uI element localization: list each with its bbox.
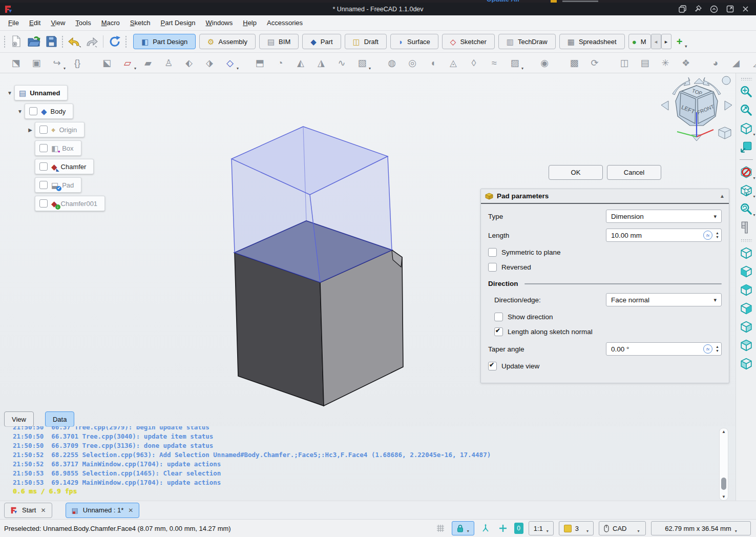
tool-button-create-part[interactable]: ⬔ (8, 56, 24, 70)
shade-window-icon[interactable] (710, 5, 718, 13)
taper-angle-value[interactable]: 0.00 ° (611, 345, 703, 353)
scroll-up-arrow[interactable]: ▲ (720, 429, 728, 434)
axonometric-view-icon[interactable] (739, 121, 753, 136)
new-file-icon[interactable] (8, 34, 25, 49)
add-workbench-button[interactable]: + (677, 36, 683, 48)
expression-fx-icon[interactable]: fx (703, 231, 712, 240)
menu-item[interactable]: Help (238, 17, 262, 29)
direction-edge-dropdown[interactable]: Face normal (606, 293, 722, 306)
workbench-button-part-design[interactable]: ◧ Part Design (133, 34, 196, 49)
workbench-scroll-right[interactable]: ▸ (661, 34, 671, 49)
tree-row-tree-item-box[interactable]: ◧ ● Box (5, 140, 105, 156)
tool-button-sub-shapebinder[interactable]: ⬗ (202, 56, 217, 70)
view-front-icon[interactable] (739, 264, 753, 279)
tree-visibility-checkbox[interactable] (39, 144, 48, 152)
save-file-icon[interactable] (43, 34, 60, 49)
menu-item[interactable]: Tools (70, 17, 96, 29)
taper-angle-input[interactable]: 0.00 ° fx ▲▼ (606, 342, 722, 356)
copy-window-icon[interactable] (679, 5, 686, 13)
tool-button-shapebinder[interactable]: ⬖ (181, 56, 197, 70)
maximize-window-icon[interactable] (726, 5, 734, 13)
workbench-button-bim[interactable]: ▤ BIM (259, 34, 299, 49)
tool-button-additive-primitive[interactable]: ▧ (354, 56, 370, 70)
view-right-icon[interactable] (739, 301, 753, 316)
view-left-icon[interactable] (739, 357, 753, 371)
tree-item-card[interactable]: ▤ Unnamed (14, 85, 68, 100)
tool-button-create-sketch[interactable]: ▱ (120, 56, 135, 70)
tree-row-tree-item-pad[interactable]: ⬓ ✔ Pad (5, 177, 105, 193)
refresh-icon[interactable] (106, 34, 123, 49)
workbench-button-material[interactable]: ● M (628, 34, 651, 49)
type-dropdown[interactable]: Dimension (606, 210, 722, 223)
symmetric-checkbox[interactable] (488, 248, 497, 257)
length-value[interactable]: 10.00 mm (611, 232, 703, 239)
menu-item[interactable]: Sketch (125, 17, 156, 29)
view-isometric-icon[interactable] (739, 246, 753, 260)
tree-expand-caret[interactable]: ▶ (26, 127, 35, 133)
view-rear-icon[interactable] (739, 320, 753, 334)
dock-overlay-icon[interactable] (739, 140, 753, 154)
scroll-down-arrow[interactable]: ▼ (720, 494, 728, 499)
workbench-scroll-left[interactable]: ◂ (651, 34, 661, 49)
collapse-section-icon[interactable]: ▲ (720, 193, 725, 199)
tree-row-tree-item-body[interactable]: ▼ ◆ Body (5, 104, 105, 119)
workbench-button-sketcher[interactable]: ◇ Sketcher (442, 34, 495, 49)
tool-button-chamfer[interactable]: ◢ (728, 56, 744, 70)
toolbar-grip[interactable] (741, 77, 752, 80)
tool-button-revolution[interactable]: ◔ (272, 56, 288, 70)
tree-visibility-checkbox[interactable] (39, 181, 48, 189)
menu-item[interactable]: Accessories (262, 17, 308, 29)
close-tab-icon[interactable]: ✕ (128, 507, 133, 514)
close-window-icon[interactable] (742, 6, 749, 12)
view-top-icon[interactable] (739, 283, 753, 297)
tree-item-card[interactable]: ◆ Body (25, 104, 73, 119)
tool-button-hole[interactable]: ◎ (405, 56, 420, 70)
workbench-button-spreadsheet[interactable]: ▦ Spreadsheet (559, 34, 625, 49)
fit-all-icon[interactable] (739, 85, 753, 99)
view-size-button[interactable]: 62.79 mm x 36.54 mm ▾ (651, 521, 751, 535)
toolbar-grip[interactable] (741, 239, 752, 242)
cancel-button[interactable]: Cancel (607, 165, 661, 180)
report-scrollbar[interactable]: ▲ ▼ (719, 428, 728, 501)
tool-button-polar-pattern[interactable]: ✳ (658, 56, 673, 70)
ok-button[interactable]: OK (549, 165, 603, 180)
scrollbar-thumb[interactable] (721, 478, 726, 490)
combo-view-tab-data[interactable]: Data (45, 411, 74, 427)
toolbar-grip[interactable] (61, 35, 64, 48)
tool-button-additive-loft[interactable]: ◭ (293, 56, 308, 70)
workbench-button-techdraw[interactable]: ▥ TechDraw (498, 34, 556, 49)
tree-expand-caret[interactable]: ▼ (5, 90, 14, 96)
redo-icon[interactable] (83, 34, 100, 49)
tool-button-additive-pipe[interactable]: ◮ (313, 56, 329, 70)
tree-row-tree-item-origin[interactable]: ▶ ⌖ Origin (5, 122, 105, 137)
scale-button[interactable]: 1:1 ▾ (529, 521, 554, 535)
tree-visibility-checkbox[interactable] (39, 162, 48, 171)
tree-item-card[interactable]: ◧ ● Box (35, 140, 81, 156)
tool-button-attach-sketch[interactable]: ♙ (161, 56, 176, 70)
menu-item[interactable]: Edit (24, 17, 46, 29)
tree-item-card[interactable]: ⬓ ✔ Pad (35, 177, 81, 193)
workbench-button-draft[interactable]: ◫ Draft (345, 34, 387, 49)
close-tab-icon[interactable]: ✕ (40, 507, 46, 514)
menu-item[interactable]: File (3, 17, 24, 29)
show-direction-checkbox[interactable] (494, 313, 503, 321)
tool-button-draft-angle[interactable]: ◿ (749, 56, 756, 70)
snap-icon[interactable] (479, 522, 492, 534)
tool-button-multi-transform[interactable]: ❖ (678, 56, 694, 70)
navigation-cube[interactable]: TOP LEFT FRONT (658, 74, 735, 146)
view-bottom-icon[interactable] (739, 338, 753, 353)
tool-button-additive-helix[interactable]: ∿ (334, 56, 349, 70)
reversed-checkbox[interactable] (488, 263, 497, 272)
menu-item[interactable]: Part Design (156, 17, 201, 29)
tool-button-subtractive-primitive[interactable]: ▨ (507, 56, 522, 70)
length-along-normal-checkbox[interactable] (494, 327, 503, 336)
workbench-button-assembly[interactable]: ⚙ Assembly (199, 34, 256, 49)
tool-button-subtractive-pipe[interactable]: ◊ (466, 56, 481, 70)
tool-button-subtractive-loft[interactable]: ◬ (446, 56, 461, 70)
tool-button-linear-pattern[interactable]: ▤ (637, 56, 653, 70)
tool-button-mirrored[interactable]: ◫ (617, 56, 632, 70)
tree-visibility-checkbox[interactable] (39, 126, 48, 134)
workbench-button-part[interactable]: ◆ Part (302, 34, 341, 49)
open-file-icon[interactable] (25, 34, 43, 49)
tool-button-create-group[interactable]: ▣ (29, 56, 44, 70)
